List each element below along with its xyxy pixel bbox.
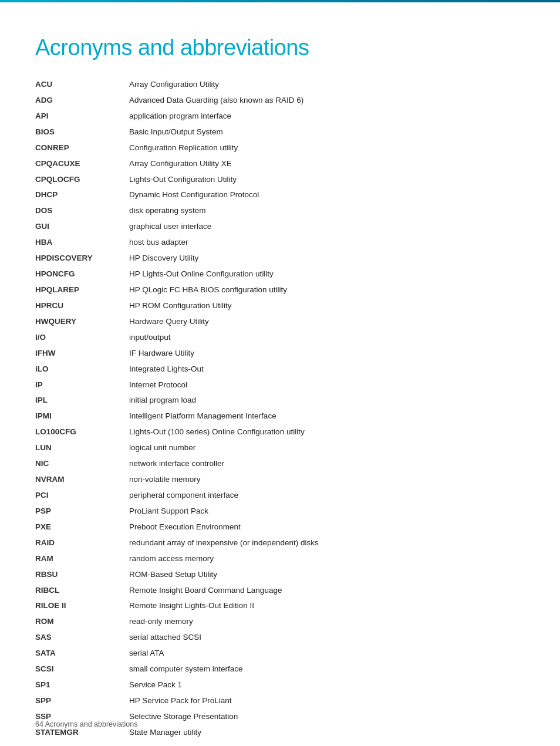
definition-cell: IF Hardware Utility — [129, 346, 525, 362]
definition-cell: Dynamic Host Configuration Protocol — [129, 187, 525, 203]
table-row: HPQLAREPHP QLogic FC HBA BIOS configurat… — [35, 282, 525, 298]
abbreviation-cell: ROM — [35, 614, 129, 630]
table-row: SPPHP Service Pack for ProLiant — [35, 693, 525, 709]
definition-cell: serial attached SCSI — [129, 630, 525, 646]
definition-cell: Remote Insight Board Command Language — [129, 583, 525, 599]
table-row: ACUArray Configuration Utility — [35, 77, 525, 93]
table-row: ADGAdvanced Data Guarding (also known as… — [35, 93, 525, 109]
table-row: HWQUERYHardware Query Utility — [35, 314, 525, 330]
abbreviation-cell: PCI — [35, 488, 129, 504]
table-row: ROMread-only memory — [35, 614, 525, 630]
definition-cell: Array Configuration Utility — [129, 77, 525, 93]
definition-cell: Preboot Execution Environment — [129, 519, 525, 535]
table-row: PSPProLiant Support Pack — [35, 504, 525, 519]
table-row: RBSUROM-Based Setup Utility — [35, 567, 525, 583]
abbreviation-cell: RILOE II — [35, 598, 129, 614]
table-row: DHCPDynamic Host Configuration Protocol — [35, 187, 525, 203]
abbreviation-cell: LUN — [35, 440, 129, 456]
abbreviation-cell: DOS — [35, 203, 129, 219]
footer-text: Acronyms and abbreviations — [45, 720, 138, 728]
table-row: DOSdisk operating system — [35, 203, 525, 219]
definition-cell: Remote Insight Lights-Out Edition II — [129, 598, 525, 614]
table-row: APIapplication program interface — [35, 109, 525, 124]
abbreviation-cell: ACU — [35, 77, 129, 93]
table-row: SATAserial ATA — [35, 646, 525, 661]
abbreviation-cell: ADG — [35, 93, 129, 109]
table-row: LUNlogical unit number — [35, 440, 525, 456]
definition-cell: Array Configuration Utility XE — [129, 156, 525, 172]
abbreviation-cell: NIC — [35, 456, 129, 472]
definition-cell: non-volatile memory — [129, 472, 525, 488]
table-row: CONREPConfiguration Replication utility — [35, 140, 525, 156]
table-row: HPDISCOVERYHP Discovery Utility — [35, 251, 525, 266]
definition-cell: HP ROM Configuration Utility — [129, 298, 525, 314]
abbreviation-cell: RAM — [35, 551, 129, 567]
abbreviation-cell: LO100CFG — [35, 424, 129, 440]
table-row: I/Oinput/output — [35, 330, 525, 346]
table-row: IPLinitial program load — [35, 393, 525, 409]
table-row: PCIperipheral component interface — [35, 488, 525, 504]
abbreviation-cell: CPQLOCFG — [35, 172, 129, 188]
definition-cell: serial ATA — [129, 646, 525, 661]
definition-cell: State Manager utility — [129, 725, 525, 741]
abbreviation-cell: SPP — [35, 693, 129, 709]
abbreviation-cell: iLO — [35, 362, 129, 377]
abbreviation-cell: SAS — [35, 630, 129, 646]
table-row: IFHWIF Hardware Utility — [35, 346, 525, 362]
abbreviation-cell: HPQLAREP — [35, 282, 129, 298]
abbreviation-cell: RBSU — [35, 567, 129, 583]
definition-cell: Advanced Data Guarding (also known as RA… — [129, 93, 525, 109]
definition-cell: peripheral component interface — [129, 488, 525, 504]
definition-cell: HP Discovery Utility — [129, 251, 525, 266]
abbreviation-cell: SP1 — [35, 677, 129, 693]
definition-cell: Integrated Lights-Out — [129, 362, 525, 377]
definition-cell: host bus adapter — [129, 235, 525, 251]
abbreviation-cell: API — [35, 109, 129, 124]
abbreviation-cell: HPRCU — [35, 298, 129, 314]
definition-cell: network interface controller — [129, 456, 525, 472]
table-row: BIOSBasic Input/Output System — [35, 124, 525, 140]
table-row: CPQLOCFGLights-Out Configuration Utility — [35, 172, 525, 188]
abbreviation-cell: IP — [35, 377, 129, 393]
abbreviation-cell: HPDISCOVERY — [35, 251, 129, 266]
abbreviation-cell: I/O — [35, 330, 129, 346]
definition-cell: small computer system interface — [129, 661, 525, 677]
abbreviation-cell: PXE — [35, 519, 129, 535]
abbreviation-cell: HWQUERY — [35, 314, 129, 330]
definition-cell: Lights-Out Configuration Utility — [129, 172, 525, 188]
definition-cell: Selective Storage Presentation — [129, 709, 525, 725]
abbreviation-cell: BIOS — [35, 124, 129, 140]
table-row: RAIDredundant array of inexpensive (or i… — [35, 535, 525, 551]
definition-cell: Service Pack 1 — [129, 677, 525, 693]
definition-cell: Configuration Replication utility — [129, 140, 525, 156]
definition-cell: random access memory — [129, 551, 525, 567]
definition-cell: graphical user interface — [129, 219, 525, 235]
abbreviation-cell: RIBCL — [35, 583, 129, 599]
abbreviation-cell: HBA — [35, 235, 129, 251]
definition-cell: HP Service Pack for ProLiant — [129, 693, 525, 709]
table-row: SCSIsmall computer system interface — [35, 661, 525, 677]
table-row: HPONCFGHP Lights-Out Online Configuratio… — [35, 266, 525, 282]
table-row: PXEPreboot Execution Environment — [35, 519, 525, 535]
acronym-table: ACUArray Configuration UtilityADGAdvance… — [35, 77, 525, 741]
abbreviation-cell: SATA — [35, 646, 129, 661]
table-row: IPInternet Protocol — [35, 377, 525, 393]
abbreviation-cell: HPONCFG — [35, 266, 129, 282]
top-border — [0, 0, 560, 2]
definition-cell: Intelligent Platform Management Interfac… — [129, 409, 525, 424]
table-row: GUIgraphical user interface — [35, 219, 525, 235]
definition-cell: logical unit number — [129, 440, 525, 456]
abbreviation-cell: IFHW — [35, 346, 129, 362]
table-row: CPQACUXEArray Configuration Utility XE — [35, 156, 525, 172]
table-row: NVRAMnon-volatile memory — [35, 472, 525, 488]
abbreviation-cell: CONREP — [35, 140, 129, 156]
definition-cell: disk operating system — [129, 203, 525, 219]
definition-cell: initial program load — [129, 393, 525, 409]
abbreviation-cell: IPL — [35, 393, 129, 409]
definition-cell: Basic Input/Output System — [129, 124, 525, 140]
table-row: RAMrandom access memory — [35, 551, 525, 567]
table-row: LO100CFGLights-Out (100 series) Online C… — [35, 424, 525, 440]
table-row: iLOIntegrated Lights-Out — [35, 362, 525, 377]
definition-cell: HP QLogic FC HBA BIOS configuration util… — [129, 282, 525, 298]
abbreviation-cell: PSP — [35, 504, 129, 519]
